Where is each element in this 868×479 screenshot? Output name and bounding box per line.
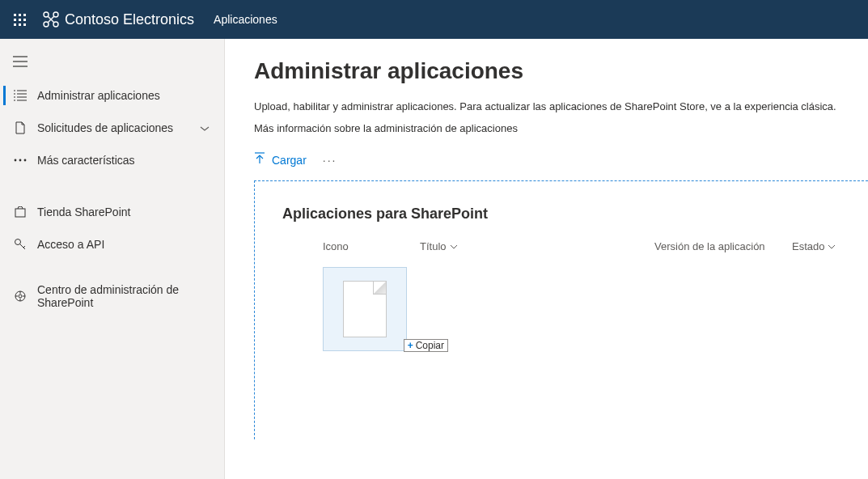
more-info-link[interactable]: Más información sobre la administración … xyxy=(254,122,868,134)
sidebar-item-label: Tienda SharePoint xyxy=(37,206,224,218)
plus-icon: + xyxy=(408,340,413,351)
drop-preview: + Copiar xyxy=(282,267,868,351)
ellipsis-icon xyxy=(13,159,28,162)
column-icon[interactable]: Icono xyxy=(323,240,420,252)
document-icon xyxy=(13,121,28,134)
sidebar-item-label: Administrar aplicaciones xyxy=(37,89,224,102)
page-description: Upload, habilitar y administrar aplicaci… xyxy=(254,100,868,112)
column-title[interactable]: Título xyxy=(420,240,654,252)
list-icon xyxy=(13,90,28,101)
table-header: Icono Título Versión de la aplicación Es… xyxy=(282,240,868,252)
section-title: Aplicaciones para SharePoint xyxy=(282,206,868,223)
chevron-down-icon xyxy=(200,121,210,134)
file-icon xyxy=(343,281,387,337)
chevron-down-icon xyxy=(450,244,458,250)
command-bar: Cargar ··· xyxy=(254,152,868,176)
page-title: Administrar aplicaciones xyxy=(254,58,868,84)
waffle-menu[interactable] xyxy=(0,0,39,39)
upload-icon xyxy=(254,152,265,167)
sidebar-item-label: Acceso a API xyxy=(37,238,224,251)
sidebar: Administrar aplicaciones Solicitudes de … xyxy=(0,39,225,479)
upload-button[interactable]: Cargar xyxy=(254,152,307,167)
svg-point-19 xyxy=(24,159,27,162)
column-version[interactable]: Versión de la aplicación xyxy=(654,240,792,252)
file-thumb: + Copiar xyxy=(323,267,407,351)
sidebar-item-sharepoint-store[interactable]: Tienda SharePoint xyxy=(0,196,224,228)
drop-copy-badge: + Copiar xyxy=(404,339,448,352)
drop-zone[interactable]: Aplicaciones para SharePoint Icono Títul… xyxy=(254,180,868,439)
column-state[interactable]: Estado xyxy=(792,240,836,252)
sidebar-item-sharepoint-admin[interactable]: Centro de administración de SharePoint xyxy=(0,280,224,312)
brand[interactable]: Contoso Electronics xyxy=(39,11,194,28)
svg-point-21 xyxy=(15,240,21,245)
upload-label: Cargar xyxy=(272,154,307,167)
main-content: Administrar aplicaciones Upload, habilit… xyxy=(225,39,868,479)
sidebar-toggle[interactable] xyxy=(0,44,224,79)
app-header: Contoso Electronics Aplicaciones xyxy=(0,0,868,39)
chevron-down-icon xyxy=(828,244,836,250)
brand-text: Contoso Electronics xyxy=(65,11,194,28)
admin-icon xyxy=(13,290,28,303)
svg-point-17 xyxy=(15,159,17,162)
ellipsis-icon: ··· xyxy=(323,154,337,167)
brand-icon xyxy=(42,11,60,28)
sidebar-item-app-requests[interactable]: Solicitudes de aplicaciones xyxy=(0,112,224,144)
sidebar-item-label: Solicitudes de aplicaciones xyxy=(37,121,190,134)
hamburger-icon xyxy=(13,56,28,67)
store-icon xyxy=(13,206,28,218)
sidebar-item-more-features[interactable]: Más características xyxy=(0,144,224,176)
sidebar-item-api-access[interactable]: Acceso a API xyxy=(0,228,224,261)
key-icon xyxy=(13,238,28,251)
svg-point-25 xyxy=(19,295,22,298)
svg-line-23 xyxy=(23,246,25,248)
sidebar-item-label: Más características xyxy=(37,154,224,167)
header-app-name: Aplicaciones xyxy=(214,13,277,26)
more-actions-button[interactable]: ··· xyxy=(323,154,337,167)
sidebar-item-manage-apps[interactable]: Administrar aplicaciones xyxy=(0,79,224,112)
sidebar-item-label: Centro de administración de SharePoint xyxy=(37,283,224,309)
svg-rect-20 xyxy=(15,209,25,217)
svg-point-18 xyxy=(19,159,22,162)
waffle-icon xyxy=(14,14,26,26)
